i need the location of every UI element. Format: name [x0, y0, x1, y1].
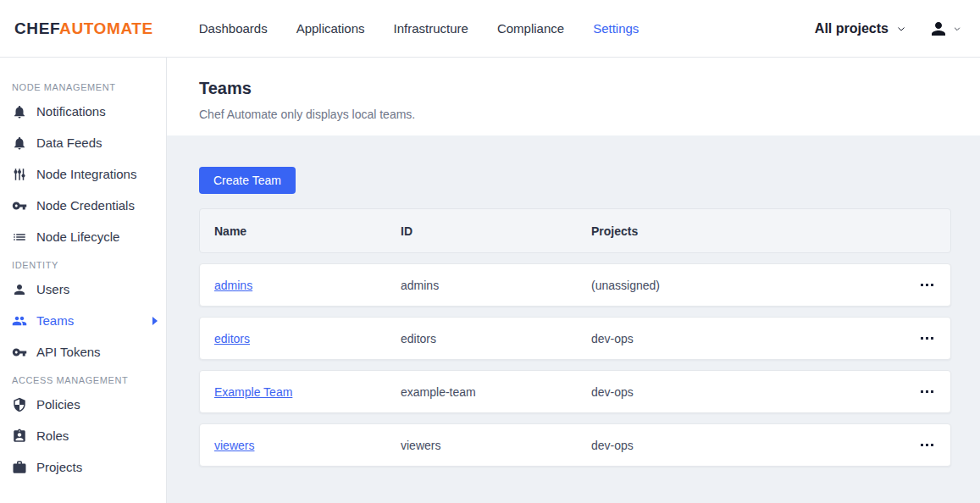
sidebar-item-label: Teams: [36, 313, 74, 328]
ellipsis-icon: [921, 284, 923, 286]
team-name-link[interactable]: Example Team: [214, 385, 292, 399]
sidebar-item-label: Projects: [36, 460, 82, 474]
table-row: admins admins (unassigned): [199, 263, 951, 307]
sidebar-section-access-management: ACCESS MANAGEMENT: [0, 368, 166, 389]
table-row: viewers viewers dev-ops: [199, 423, 951, 467]
shield-icon: [12, 397, 27, 412]
column-header-projects: Projects: [591, 224, 903, 238]
nav-dashboards[interactable]: Dashboards: [199, 21, 268, 36]
ellipsis-icon: [921, 390, 923, 393]
row-menu-button[interactable]: [903, 264, 950, 306]
ellipsis-icon: [921, 337, 923, 340]
group-icon: [12, 313, 27, 329]
sidebar-section-identity: IDENTITY: [0, 252, 166, 274]
list-icon: [12, 229, 27, 245]
sliders-icon: [12, 167, 27, 182]
team-name-link[interactable]: viewers: [214, 439, 254, 452]
bell-icon: [12, 104, 27, 119]
sidebar-item-label: Roles: [36, 428, 69, 443]
row-menu-button[interactable]: [903, 424, 950, 466]
sidebar-item-api-tokens[interactable]: API Tokens: [0, 336, 166, 368]
team-projects-cell: dev-ops: [591, 385, 903, 399]
table-row: Example Team example-team dev-ops: [199, 370, 951, 413]
page-header: Teams Chef Automate only displays local …: [167, 58, 980, 135]
sidebar-item-node-lifecycle[interactable]: Node Lifecycle: [0, 221, 166, 252]
team-projects-cell: (unassigned): [591, 279, 903, 292]
key-icon: [12, 345, 27, 360]
sidebar-item-roles[interactable]: Roles: [0, 420, 166, 451]
table-row: editors editors dev-ops: [199, 317, 951, 360]
sidebar-item-label: Data Feeds: [36, 135, 102, 150]
primary-nav: Dashboards Applications Infrastructure C…: [199, 21, 639, 36]
logo-chef: CHEF: [14, 19, 59, 37]
sidebar-item-policies[interactable]: Policies: [0, 389, 166, 420]
sidebar-section-node-management: NODE MANAGEMENT: [0, 75, 166, 96]
badge-icon: [12, 428, 27, 444]
sidebar-item-projects[interactable]: Projects: [0, 451, 166, 483]
sidebar-item-label: Node Credentials: [36, 198, 135, 213]
user-avatar-icon: [928, 19, 949, 39]
person-icon: [12, 282, 27, 297]
sidebar-item-label: Policies: [36, 397, 80, 412]
sidebar-item-label: Node Integrations: [36, 167, 136, 181]
key-icon: [12, 198, 27, 213]
projects-filter-label: All projects: [815, 21, 889, 36]
nav-applications[interactable]: Applications: [296, 21, 365, 36]
chef-automate-logo[interactable]: CHEFAUTOMATE: [14, 19, 153, 38]
team-projects-cell: dev-ops: [591, 332, 903, 345]
nav-infrastructure[interactable]: Infrastructure: [394, 21, 468, 36]
page-subtitle: Chef Automate only displays local teams.: [199, 108, 948, 121]
content-area: Create Team Name ID Projects admins admi…: [167, 135, 980, 503]
sidebar-item-users[interactable]: Users: [0, 274, 166, 305]
logo-automate: AUTOMATE: [59, 19, 153, 37]
nav-settings[interactable]: Settings: [593, 21, 639, 36]
team-name-link[interactable]: admins: [214, 279, 252, 292]
top-navbar: CHEFAUTOMATE Dashboards Applications Inf…: [0, 0, 980, 58]
create-team-button[interactable]: Create Team: [199, 167, 296, 194]
nav-compliance[interactable]: Compliance: [497, 21, 564, 36]
team-id-cell: viewers: [401, 439, 591, 452]
team-name-link[interactable]: editors: [214, 332, 250, 345]
projects-filter-dropdown[interactable]: All projects: [815, 21, 906, 36]
ellipsis-icon: [921, 444, 923, 446]
user-profile-menu[interactable]: [928, 19, 961, 39]
sidebar-item-node-integrations[interactable]: Node Integrations: [0, 158, 166, 190]
sidebar-item-label: Notifications: [36, 104, 106, 119]
sidebar-item-teams[interactable]: Teams: [0, 305, 166, 336]
navbar-right: All projects: [815, 19, 961, 39]
team-id-cell: example-team: [401, 385, 591, 399]
team-id-cell: admins: [401, 279, 591, 292]
team-id-cell: editors: [401, 332, 591, 345]
sidebar-item-label: Node Lifecycle: [36, 229, 119, 244]
settings-sidebar: NODE MANAGEMENT Notifications Data Feeds…: [0, 58, 167, 503]
chevron-down-icon: [896, 24, 906, 34]
chevron-down-icon: [953, 25, 961, 33]
sidebar-item-label: API Tokens: [36, 345, 101, 359]
sidebar-item-data-feeds[interactable]: Data Feeds: [0, 127, 166, 158]
chevron-right-icon: [152, 317, 158, 325]
sidebar-item-notifications[interactable]: Notifications: [0, 96, 166, 127]
table-header-row: Name ID Projects: [199, 208, 951, 253]
main-content: Teams Chef Automate only displays local …: [167, 58, 980, 503]
column-header-name: Name: [214, 224, 401, 238]
briefcase-icon: [12, 460, 27, 475]
sidebar-item-node-credentials[interactable]: Node Credentials: [0, 190, 166, 221]
row-menu-button[interactable]: [903, 371, 950, 412]
bell-icon: [12, 135, 27, 151]
row-menu-button[interactable]: [903, 318, 950, 359]
team-projects-cell: dev-ops: [591, 439, 903, 452]
column-header-id: ID: [401, 224, 591, 238]
sidebar-item-label: Users: [36, 282, 69, 296]
page-title: Teams: [199, 79, 948, 98]
